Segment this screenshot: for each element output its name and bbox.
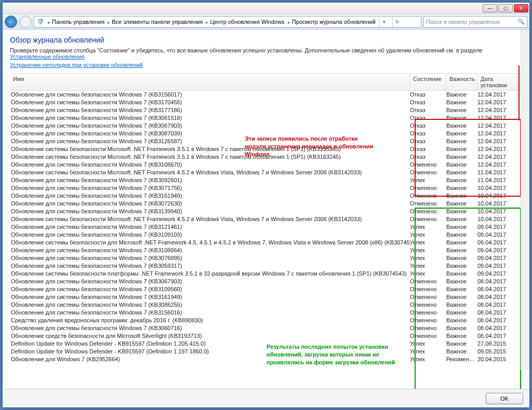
cell-name: Обновление для системы безопасности Wind… [10, 262, 410, 270]
cell-date: 12.04.2017 [477, 114, 522, 122]
cell-importance: Важное [446, 247, 477, 254]
cell-importance: Важное [446, 169, 477, 176]
table-row[interactable]: Definition Update for Windows Defender -… [10, 340, 522, 348]
cell-name: Обновление системы безопасности Microsof… [10, 215, 410, 223]
table-row[interactable]: Обновление для системы безопасности Wind… [10, 176, 522, 184]
table-row[interactable]: Обновление для системы безопасности Wind… [10, 231, 522, 239]
table-header: Имя Состояние Важность Дата установки [10, 73, 522, 91]
table-row[interactable]: Обновление системы безопасности Microsof… [10, 169, 522, 176]
back-button[interactable]: ← [5, 16, 17, 28]
table-row[interactable]: Обновление для системы безопасности Wind… [10, 278, 522, 285]
cell-state: Отменено [410, 192, 446, 200]
search-icon: 🔍 [517, 18, 525, 25]
close-button[interactable]: ✕ [514, 4, 528, 12]
cell-name: Обновление для системы безопасности Wind… [10, 254, 410, 262]
col-importance[interactable]: Важность [446, 74, 477, 90]
search-input[interactable]: Поиск в панели управления 🔍 [423, 16, 527, 28]
table-row[interactable]: Definition Update for Windows Defender -… [10, 348, 522, 356]
cell-state: Отказ [410, 138, 446, 145]
table-row[interactable]: Обновление для системы безопасности Wind… [10, 254, 522, 262]
titlebar: — ▢ ✕ [3, 3, 529, 14]
cell-state: Успех [410, 270, 446, 278]
cell-date: 10.04.2017 [477, 215, 522, 223]
bc-seg[interactable]: ▸ Все элементы панели управления [108, 19, 203, 25]
table-row[interactable]: Обновление для системы безопасности Wind… [10, 192, 522, 200]
search-placeholder: Поиск в панели управления [426, 19, 500, 25]
cell-state: Отменено [410, 332, 446, 340]
annotation-green-text: Результаты последних попыток установки о… [267, 343, 412, 366]
nav-bar: ← → 🛡️ ▸ Панель управления ▸ Все элемент… [3, 14, 529, 30]
cell-importance: Важное [446, 130, 477, 138]
refresh-icon[interactable]: ↻ [392, 16, 403, 28]
table-row[interactable]: Обновление для Windows 7 (KB2952664)Успе… [10, 356, 522, 363]
cell-importance: Важное [446, 138, 477, 145]
cell-state: Успех [410, 254, 446, 262]
table-row[interactable]: Обновление для системы безопасности Wind… [10, 247, 522, 254]
annotation-red-text: Эти записи появились после отработки мод… [245, 135, 375, 158]
cell-state: Успех [410, 223, 446, 231]
table-row[interactable]: Обновление для системы безопасности Wind… [10, 324, 522, 332]
maximize-button[interactable]: ▢ [498, 4, 513, 12]
cell-name: Обновление для системы безопасности Wind… [10, 247, 410, 254]
col-state[interactable]: Состояние [410, 74, 446, 90]
table-row[interactable]: Средство удаления вредоносных программ: … [10, 317, 522, 324]
bc-seg[interactable]: ▸ Просмотр журнала обновлений [288, 19, 376, 25]
cell-date: 12.04.2017 [477, 145, 522, 153]
bc-seg[interactable]: ▸ Центр обновления Windows [206, 19, 284, 25]
table-row[interactable]: Обновление для системы безопасности Wind… [10, 91, 522, 99]
installed-updates-link[interactable]: Установленные обновления [10, 53, 84, 60]
minimize-button[interactable]: — [483, 4, 497, 12]
table-row[interactable]: Обновление для системы безопасности Wind… [10, 161, 522, 169]
page-title: Обзор журнала обновлений [10, 36, 522, 44]
cell-importance: Важное [446, 91, 477, 99]
table-row[interactable]: Обновление для системы безопасности Wind… [10, 293, 522, 301]
table-row[interactable]: Обновление для системы безопасности Wind… [10, 301, 522, 309]
table-row[interactable]: Обновление для системы безопасности Wind… [10, 114, 522, 122]
cell-state: Отказ [410, 145, 446, 153]
cell-importance: Важное [446, 184, 477, 192]
cell-state: Отменено [410, 184, 446, 192]
troubleshoot-link[interactable]: Устранение неполадок при установке обнов… [10, 62, 522, 68]
table-row[interactable]: Обновление для системы безопасности Wind… [10, 285, 522, 293]
cell-state: Успех [410, 262, 446, 270]
table-row[interactable]: Обновление для системы безопасности Wind… [10, 262, 522, 270]
table-row[interactable]: Обновление системы безопасности Microsof… [10, 215, 522, 223]
cell-importance: Важное [446, 278, 477, 285]
table-row[interactable]: Обновление для системы безопасности Wind… [10, 223, 522, 231]
table-row[interactable]: Обновление для системы безопасности Wind… [10, 200, 522, 208]
ok-button[interactable]: OK [486, 393, 523, 404]
cell-importance: Важное [446, 348, 477, 356]
cell-state: Отменено [410, 309, 446, 317]
bc-seg[interactable]: ▸ Панель управления [48, 19, 104, 25]
cell-name: Обновление для системы безопасности Wind… [10, 99, 410, 106]
cell-date: 08.04.2017 [477, 332, 522, 340]
cell-date: 09.04.2017 [477, 262, 522, 270]
cell-name: Средство удаления вредоносных программ: … [10, 317, 410, 324]
cell-state: Отменено [410, 161, 446, 169]
table-row[interactable]: Обновление системы безопасности платформ… [10, 270, 522, 278]
table-row[interactable]: Обновление средств безопасности для Micr… [10, 332, 522, 340]
table-row[interactable]: Обновление для системы безопасности Wind… [10, 184, 522, 192]
col-name[interactable]: Имя [10, 74, 410, 90]
table-row[interactable]: Обновление для системы безопасности Wind… [10, 99, 522, 106]
vertical-scrollbar[interactable] [521, 30, 529, 370]
cell-importance: Важное [446, 332, 477, 340]
cell-date: 08.04.2017 [477, 285, 522, 293]
table-row[interactable]: Обновление системы безопасности для Micr… [10, 239, 522, 247]
cell-date: 12.04.2017 [477, 99, 522, 106]
cell-importance: Важное [446, 301, 477, 309]
forward-button[interactable]: → [19, 16, 32, 28]
cell-importance: Важное [446, 106, 477, 114]
table-row[interactable]: Обновление для системы безопасности Wind… [10, 122, 522, 130]
cell-date: 10.04.2017 [477, 200, 522, 208]
cell-importance: Важное [446, 153, 477, 161]
cell-name: Обновление для системы безопасности Wind… [10, 208, 410, 215]
cell-importance: Важное [446, 99, 477, 106]
breadcrumb[interactable]: 🛡️ ▸ Панель управления ▸ Все элементы па… [34, 16, 421, 28]
table-row[interactable]: Обновление для системы безопасности Wind… [10, 106, 522, 114]
col-date[interactable]: Дата установки [477, 74, 522, 90]
table-row[interactable]: Обновление для системы безопасности Wind… [10, 208, 522, 215]
cell-name: Обновление для системы безопасности Wind… [10, 231, 410, 239]
addr-dropdown-icon[interactable]: ▾ [379, 16, 389, 28]
table-row[interactable]: Обновление для системы безопасности Wind… [10, 309, 522, 317]
